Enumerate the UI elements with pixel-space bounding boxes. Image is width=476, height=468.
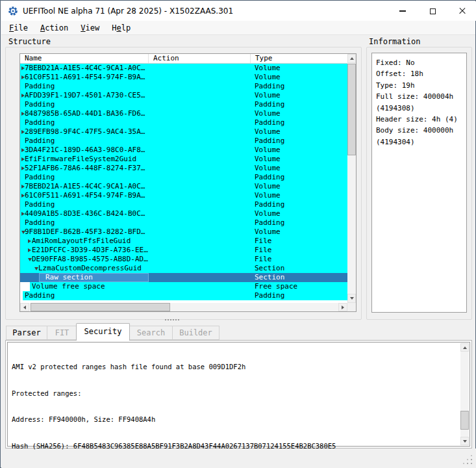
tree-row[interactable]: Volume free spaceFree space bbox=[20, 282, 347, 291]
tree-row[interactable]: 3DA4F21C-189D-46A3-98C0-AF8…Volume bbox=[20, 146, 347, 155]
tree-row[interactable]: PaddingPadding bbox=[20, 291, 347, 300]
down-arrow-icon bbox=[463, 440, 467, 443]
column-header-name[interactable]: Name bbox=[20, 54, 149, 63]
down-arrow-icon bbox=[350, 297, 354, 300]
close-button[interactable] bbox=[449, 1, 476, 21]
menu-view[interactable]: View bbox=[77, 22, 103, 34]
console-line: AMI v2 protected ranges hash file found … bbox=[12, 363, 458, 372]
close-icon bbox=[458, 7, 466, 15]
title-bar: UEFITool NE alpha 71 (Apr 28 2025) - X15… bbox=[1, 1, 476, 21]
horizontal-scroll-thumb[interactable] bbox=[31, 303, 170, 311]
scroll-down-button[interactable] bbox=[460, 437, 469, 445]
tab-security[interactable]: Security bbox=[76, 323, 130, 341]
tree-row[interactable]: 61C0F511-A691-4F54-974F-B9A…Volume bbox=[20, 73, 347, 82]
console-line: Address: FF940000h, Size: FF9408A4h bbox=[12, 415, 458, 424]
tree-row[interactable]: AFDD39F1-19D7-4501-A730-CE5…Volume bbox=[20, 91, 347, 100]
tree-row[interactable]: PaddingPadding bbox=[20, 118, 347, 127]
information-panel[interactable]: Fixed: No Offset: 18h Type: 19h Full siz… bbox=[371, 53, 467, 313]
app-gear-icon bbox=[8, 6, 18, 16]
tree-row[interactable]: AmiRomLayoutFfsFileGuidFile bbox=[20, 237, 347, 246]
minimize-button[interactable] bbox=[389, 1, 416, 21]
info-line: Offset: 18h bbox=[376, 68, 466, 79]
tree-row[interactable]: 7BEBD21A-A1E5-4C4C-9CA1-A0C…Volume bbox=[20, 182, 347, 191]
info-line: Body size: 400000h bbox=[376, 125, 466, 136]
resize-grip[interactable] bbox=[471, 463, 472, 464]
console-line: Hash (SHA256): 6F48B5483C96385E88A5BF91F… bbox=[12, 442, 458, 451]
expand-arrow-icon[interactable] bbox=[28, 248, 31, 252]
tree-row[interactable]: PaddingPadding bbox=[20, 173, 347, 182]
tab-builder: Builder bbox=[172, 326, 219, 340]
tree-row[interactable]: PaddingPadding bbox=[20, 82, 347, 91]
scroll-up-button[interactable] bbox=[347, 54, 356, 63]
tree-row[interactable]: 52F1AFB6-78A6-448F-8274-F37…Volume bbox=[20, 164, 347, 173]
tree-row[interactable]: DE90FFA8-B985-4575-AB8D-AD…File bbox=[20, 255, 347, 264]
scroll-right-button[interactable] bbox=[338, 303, 347, 311]
tree-row[interactable]: PaddingPadding bbox=[20, 218, 347, 228]
tree-row[interactable]: 7BEBD21A-A1E5-4C4C-9CA1-A0C…Volume bbox=[20, 64, 347, 73]
info-line: Type: 19h bbox=[376, 80, 466, 91]
maximize-icon bbox=[430, 8, 436, 14]
uefitool-window: UEFITool NE alpha 71 (Apr 28 2025) - X15… bbox=[0, 0, 476, 468]
up-arrow-icon bbox=[350, 57, 354, 60]
tree-row-selected[interactable]: Raw sectionSection bbox=[20, 273, 347, 282]
menu-action[interactable]: Action bbox=[37, 22, 71, 34]
tree-header: Name Action Type bbox=[20, 54, 347, 64]
menu-file[interactable]: File bbox=[6, 22, 31, 34]
tree-row[interactable]: 289EFB98-9F4C-47F5-9AC4-35A…Volume bbox=[20, 127, 347, 136]
expand-arrow-icon[interactable] bbox=[28, 239, 31, 243]
tree-row[interactable]: 61C0F511-A691-4F54-974F-B9A…Volume bbox=[20, 191, 347, 200]
tree-rows: 7BEBD21A-A1E5-4C4C-9CA1-A0C…Volume 61C0F… bbox=[20, 64, 347, 302]
tree-vertical-scrollbar bbox=[347, 54, 356, 303]
console-vertical-scrollbar bbox=[460, 343, 469, 445]
tab-fit: FIT bbox=[47, 326, 77, 340]
info-line: Header size: 4h (4) bbox=[376, 114, 466, 125]
scroll-left-button[interactable] bbox=[20, 303, 29, 311]
tree-row[interactable]: PaddingPadding bbox=[20, 136, 347, 146]
minimize-icon bbox=[399, 10, 406, 11]
tree-row[interactable]: E21DFCFC-3D39-4D3F-A736-EE…File bbox=[20, 246, 347, 255]
left-arrow-icon bbox=[23, 306, 26, 309]
column-header-type[interactable]: Type bbox=[251, 54, 347, 63]
tree-horizontal-scrollbar bbox=[20, 303, 347, 311]
tree-row[interactable]: 4409A1B5-8D3E-436C-B424-B0C…Volume bbox=[20, 209, 347, 218]
console-scroll-thumb[interactable] bbox=[460, 411, 469, 430]
information-group-label: Information bbox=[369, 37, 420, 46]
menu-help[interactable]: Help bbox=[108, 22, 134, 34]
scrollbar-corner bbox=[347, 303, 356, 311]
info-line: (4194308) bbox=[376, 103, 466, 114]
tree-row[interactable]: PaddingPadding bbox=[20, 100, 347, 109]
tree-row[interactable]: LzmaCustomDecompressGuidSection bbox=[20, 264, 347, 273]
vertical-scroll-thumb[interactable] bbox=[347, 64, 356, 155]
tree-row[interactable]: PaddingPadding bbox=[20, 200, 347, 209]
tab-parser[interactable]: Parser bbox=[6, 326, 47, 340]
console-text: AMI v2 protected ranges hash file found … bbox=[12, 345, 458, 468]
console-line: Protected ranges: bbox=[12, 389, 458, 398]
window-title: UEFITool NE alpha 71 (Apr 28 2025) - X15… bbox=[23, 6, 233, 16]
tree-row[interactable]: 9F8B1DEF-B62B-45F3-8282-BFD…Volume bbox=[20, 228, 347, 237]
up-arrow-icon bbox=[463, 346, 467, 349]
security-console[interactable]: AMI v2 protected ranges hash file found … bbox=[7, 342, 470, 447]
column-header-action[interactable]: Action bbox=[149, 54, 251, 63]
maximize-button[interactable] bbox=[419, 1, 446, 21]
tab-search: Search bbox=[129, 326, 173, 340]
tree-row[interactable]: EfiFirmwareFileSystem2GuidVolume bbox=[20, 155, 347, 164]
info-line: (4194304) bbox=[376, 136, 466, 148]
info-line: Fixed: No bbox=[376, 57, 466, 68]
tree-row[interactable]: 8487985B-65AD-44D1-BA36-FD6…Volume bbox=[20, 109, 347, 118]
structure-group-label: Structure bbox=[8, 37, 51, 46]
structure-tree: Name Action Type 7BEBD21A-A1E5-4C4C-9CA1… bbox=[19, 53, 357, 312]
menu-bar: File Action View Help bbox=[1, 21, 475, 35]
right-arrow-icon bbox=[342, 306, 344, 309]
scroll-down-button[interactable] bbox=[347, 294, 356, 303]
scroll-up-button[interactable] bbox=[460, 343, 469, 352]
splitter-handle[interactable] bbox=[165, 319, 166, 320]
info-line: Full size: 400004h bbox=[376, 91, 466, 102]
